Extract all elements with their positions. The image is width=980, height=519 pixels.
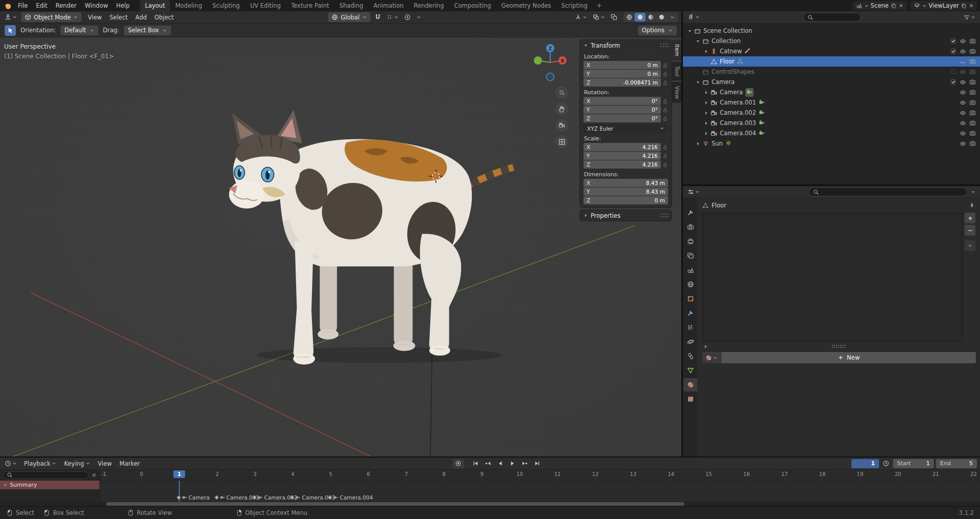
- transform-dimensions-x-field[interactable]: X8.43 m: [583, 179, 668, 187]
- timeline-search[interactable]: [3, 471, 89, 479]
- cat-model[interactable]: [228, 110, 515, 366]
- exclude-checkbox[interactable]: [948, 38, 958, 44]
- show-gizmo-dropdown[interactable]: [573, 13, 589, 22]
- transform-dimensions-z-field[interactable]: Z0 m: [583, 196, 668, 204]
- transform-rotation-z-field[interactable]: Z0°: [583, 114, 661, 122]
- disclosure-triangle[interactable]: [702, 111, 710, 115]
- disclosure-triangle[interactable]: [702, 121, 710, 126]
- disclosure-triangle[interactable]: [702, 49, 710, 54]
- outliner-row-camera-003[interactable]: Camera.003: [683, 118, 980, 128]
- transform-location-z-field[interactable]: Z-0.008471 m: [583, 78, 661, 87]
- properties-search[interactable]: [809, 188, 967, 196]
- hide-viewport-toggle[interactable]: [958, 48, 968, 55]
- shading-dropdown[interactable]: [667, 13, 678, 22]
- orientation-dropdown[interactable]: Global: [328, 12, 370, 22]
- properties-tab-render[interactable]: [683, 220, 697, 234]
- jump-to-start-button[interactable]: [470, 459, 482, 468]
- transform-panel-header[interactable]: Transform: [580, 40, 672, 51]
- remove-slot-button[interactable]: [965, 225, 975, 236]
- disable-render-toggle[interactable]: [968, 79, 977, 86]
- next-keyframe-button[interactable]: [519, 459, 531, 468]
- transform-rotation-x-field[interactable]: X0°: [583, 97, 661, 105]
- lock-icon[interactable]: [662, 80, 668, 86]
- camera-marker-camera[interactable]: Camera: [177, 494, 210, 501]
- proportional-dropdown[interactable]: [415, 14, 423, 20]
- current-frame-field[interactable]: 1: [851, 459, 879, 468]
- workspace-tab-sculpting[interactable]: Sculpting: [207, 0, 245, 11]
- timeline-body[interactable]: -1023456789101112131415161718192021221 C…: [0, 470, 980, 506]
- browse-material-button[interactable]: [702, 352, 721, 363]
- disable-render-toggle[interactable]: [968, 38, 977, 45]
- editor-type-button[interactable]: [686, 13, 701, 22]
- pan-button[interactable]: [555, 102, 568, 115]
- active-tool-button[interactable]: [5, 25, 16, 36]
- transform-location-x-field[interactable]: X0 m: [583, 61, 661, 69]
- lock-icon[interactable]: [662, 162, 668, 168]
- timeline-menu-playback[interactable]: Playback: [20, 459, 60, 468]
- camera-view-button[interactable]: [555, 119, 568, 132]
- summary-channel[interactable]: Summary: [0, 481, 99, 489]
- timeline-menu-marker[interactable]: Marker: [116, 459, 143, 468]
- disclosure-triangle[interactable]: [686, 29, 693, 33]
- timeline-ruler[interactable]: -1023456789101112131415161718192021221: [0, 470, 980, 481]
- new-scene-icon[interactable]: [891, 3, 896, 9]
- properties-tab-physics[interactable]: [683, 335, 697, 348]
- shading-wireframe-button[interactable]: [624, 13, 635, 22]
- disable-render-toggle[interactable]: [968, 99, 977, 106]
- proportional-editing-toggle[interactable]: [403, 13, 412, 22]
- properties-tab-scene[interactable]: [683, 263, 697, 277]
- properties-tab-object-data[interactable]: [683, 364, 697, 377]
- menu-edit[interactable]: Edit: [32, 1, 51, 10]
- scrollbar-thumb[interactable]: [106, 502, 684, 506]
- play-button[interactable]: [507, 459, 518, 468]
- workspace-tab-modeling[interactable]: Modeling: [170, 0, 207, 11]
- disable-render-toggle[interactable]: [968, 69, 977, 75]
- transform-scale-z-field[interactable]: Z4.216: [583, 160, 661, 169]
- disclosure-triangle[interactable]: [702, 131, 710, 136]
- camera-marker-camera-004[interactable]: Camera.004: [328, 494, 373, 501]
- properties-subpanel-header[interactable]: Properties: [580, 210, 672, 221]
- transform-dimensions-y-field[interactable]: Y8.43 m: [583, 188, 668, 196]
- properties-tab-view-layer[interactable]: [683, 249, 697, 262]
- lock-icon[interactable]: [662, 144, 668, 150]
- outliner-row-camera-001[interactable]: Camera.001: [683, 97, 980, 108]
- expand-icon[interactable]: [703, 344, 708, 349]
- options-dropdown[interactable]: Options: [638, 26, 677, 35]
- frame-end-field[interactable]: End5: [936, 459, 977, 468]
- outliner-row-camera[interactable]: Camera: [683, 87, 980, 97]
- properties-tab-modifiers[interactable]: [683, 306, 697, 320]
- lock-icon[interactable]: [662, 116, 668, 121]
- hide-viewport-toggle[interactable]: [958, 79, 968, 86]
- timeline-scrollbar[interactable]: [0, 502, 980, 506]
- scene-selector[interactable]: Scene: [853, 1, 907, 10]
- hide-viewport-toggle[interactable]: [958, 110, 968, 116]
- frame-start-field[interactable]: Start1: [893, 459, 934, 468]
- 3d-cursor[interactable]: [429, 170, 443, 183]
- disable-render-toggle[interactable]: [968, 89, 977, 96]
- editor-type-button[interactable]: [3, 459, 18, 468]
- shading-material-button[interactable]: [645, 13, 656, 22]
- disable-render-toggle[interactable]: [968, 58, 977, 65]
- hide-viewport-toggle[interactable]: [958, 130, 968, 137]
- editor-type-button[interactable]: [3, 13, 18, 22]
- use-preview-range-button[interactable]: [881, 459, 891, 468]
- properties-tab-tool[interactable]: [683, 206, 697, 219]
- workspace-tab-compositing[interactable]: Compositing: [449, 0, 496, 11]
- outliner-row-scene-collection[interactable]: Scene Collection: [683, 26, 980, 36]
- hide-viewport-toggle[interactable]: [958, 140, 968, 147]
- filter-button[interactable]: [962, 13, 977, 22]
- view-layer-selector[interactable]: ViewLayer: [911, 1, 977, 10]
- transform-scale-x-field[interactable]: X4.216: [583, 143, 661, 151]
- outliner-row-floor[interactable]: Floor: [683, 56, 980, 67]
- disable-render-toggle[interactable]: [968, 140, 977, 147]
- new-view-layer-icon[interactable]: [961, 3, 967, 9]
- tool-orientation-dropdown[interactable]: Default: [60, 26, 98, 35]
- lock-icon[interactable]: [662, 153, 668, 159]
- disable-render-toggle[interactable]: [968, 120, 977, 127]
- breadcrumb-object-name[interactable]: Floor: [712, 202, 726, 209]
- xray-toggle[interactable]: [609, 13, 619, 22]
- snap-toggle[interactable]: [373, 13, 383, 22]
- properties-tab-object[interactable]: [683, 292, 697, 305]
- transform-location-y-field[interactable]: Y0 m: [583, 70, 661, 78]
- outliner-row-controlshapes[interactable]: ControlShapes: [683, 67, 980, 77]
